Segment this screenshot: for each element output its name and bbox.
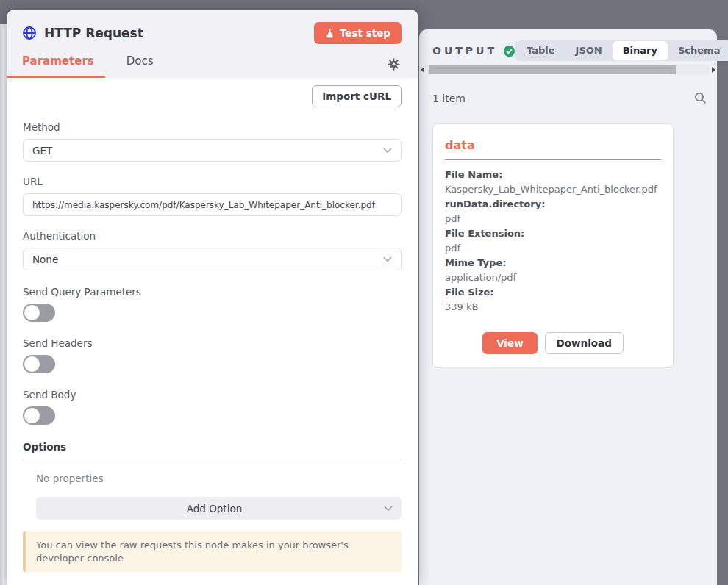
- send-body-label: Send Body: [23, 389, 402, 401]
- add-option-select[interactable]: Add Option: [36, 497, 402, 520]
- options-section: Options No properties Add Option: [23, 441, 402, 520]
- scrollbar-thumb[interactable]: [429, 65, 676, 74]
- tab-parameters[interactable]: Parameters: [22, 54, 94, 78]
- send-headers-toggle[interactable]: [23, 355, 55, 373]
- url-label: URL: [23, 176, 402, 187]
- no-properties-text: No properties: [36, 473, 402, 484]
- rundata-directory-value: pdf: [445, 212, 661, 226]
- rundata-directory-field: runData.directory: pdf: [445, 197, 661, 226]
- method-select[interactable]: GET: [23, 139, 402, 162]
- horizontal-scrollbar: [419, 65, 717, 74]
- flask-icon: [325, 28, 335, 38]
- file-extension-value: pdf: [445, 241, 661, 256]
- output-panel: OUTPUT Table JSON Binary Schema 1 item d…: [419, 29, 717, 585]
- mime-type-value: application/pdf: [445, 270, 661, 285]
- send-query-parameters-group: Send Query Parameters: [23, 286, 402, 322]
- scrollbar-track[interactable]: [427, 65, 710, 74]
- canvas-edge-strip: [0, 24, 7, 585]
- output-tab-binary[interactable]: Binary: [613, 41, 668, 60]
- send-headers-group: Send Headers: [23, 337, 402, 373]
- method-field: Method GET: [23, 121, 402, 162]
- output-tab-json[interactable]: JSON: [565, 41, 613, 60]
- file-size-value: 339 kB: [445, 300, 661, 315]
- test-step-label: Test step: [340, 27, 390, 39]
- tab-docs[interactable]: Docs: [126, 54, 154, 78]
- options-title: Options: [23, 441, 402, 459]
- import-curl-button[interactable]: Import cURL: [312, 85, 402, 107]
- globe-icon: [22, 26, 37, 40]
- send-body-group: Send Body: [23, 389, 402, 425]
- output-header: OUTPUT Table JSON Binary Schema: [419, 29, 717, 61]
- scroll-right-arrow[interactable]: [712, 67, 715, 73]
- download-button[interactable]: Download: [545, 332, 624, 354]
- mime-type-label: Mime Type:: [445, 256, 661, 270]
- file-size-field: File Size: 339 kB: [445, 285, 661, 315]
- chevron-down-icon: [383, 256, 392, 262]
- authentication-select[interactable]: None: [23, 248, 402, 270]
- items-row: 1 item: [419, 74, 717, 104]
- chevron-down-icon: [384, 506, 393, 512]
- parameters-pane: Import cURL Method GET URL Authenticatio…: [7, 78, 418, 585]
- file-extension-label: File Extension:: [445, 226, 661, 241]
- send-query-parameters-toggle[interactable]: [23, 304, 55, 322]
- authentication-value: None: [32, 254, 383, 265]
- output-tab-table[interactable]: Table: [516, 41, 565, 60]
- developer-console-notice: You can view the raw requests this node …: [23, 531, 402, 572]
- success-check-icon: [503, 45, 515, 57]
- modal-header: HTTP Request Test step Parameters Docs: [7, 10, 418, 78]
- search-icon[interactable]: [694, 92, 707, 104]
- file-name-field: File Name: Kaspersky_Lab_Whitepaper_Anti…: [445, 168, 661, 197]
- send-body-toggle[interactable]: [23, 406, 55, 425]
- output-title: OUTPUT: [432, 45, 497, 57]
- method-label: Method: [23, 121, 402, 133]
- file-name-label: File Name:: [445, 168, 661, 182]
- test-step-button[interactable]: Test step: [314, 22, 402, 44]
- file-extension-field: File Extension: pdf: [445, 226, 661, 256]
- items-count: 1 item: [432, 93, 465, 104]
- url-field: URL: [23, 176, 402, 216]
- send-query-parameters-label: Send Query Parameters: [23, 286, 402, 298]
- toggle-knob: [24, 305, 40, 320]
- method-value: GET: [32, 145, 383, 157]
- send-headers-label: Send Headers: [23, 337, 402, 349]
- output-tab-bar: Table JSON Binary Schema: [515, 40, 728, 61]
- authentication-label: Authentication: [23, 230, 402, 242]
- scroll-left-arrow[interactable]: [421, 67, 424, 73]
- view-button[interactable]: View: [482, 332, 537, 354]
- chevron-down-icon: [383, 148, 392, 154]
- authentication-field: Authentication None: [23, 230, 402, 270]
- binary-data-card: data File Name: Kaspersky_Lab_Whitepaper…: [432, 123, 674, 368]
- url-input[interactable]: [23, 193, 402, 216]
- rundata-directory-label: runData.directory:: [445, 197, 661, 212]
- file-size-label: File Size:: [445, 285, 661, 300]
- toggle-knob: [24, 356, 40, 372]
- binary-key: data: [445, 134, 661, 159]
- node-title: HTTP Request: [44, 26, 314, 40]
- active-tab-underline: [7, 76, 105, 78]
- gear-icon[interactable]: [388, 58, 400, 71]
- mime-type-field: Mime Type: application/pdf: [445, 256, 661, 285]
- toggle-knob: [24, 408, 40, 423]
- card-divider: [445, 159, 661, 160]
- add-option-label: Add Option: [45, 503, 384, 514]
- node-settings-modal: HTTP Request Test step Parameters Docs: [7, 10, 418, 585]
- file-name-value: Kaspersky_Lab_Whitepaper_Anti_blocker.pd…: [445, 182, 661, 197]
- output-tab-schema[interactable]: Schema: [668, 41, 728, 60]
